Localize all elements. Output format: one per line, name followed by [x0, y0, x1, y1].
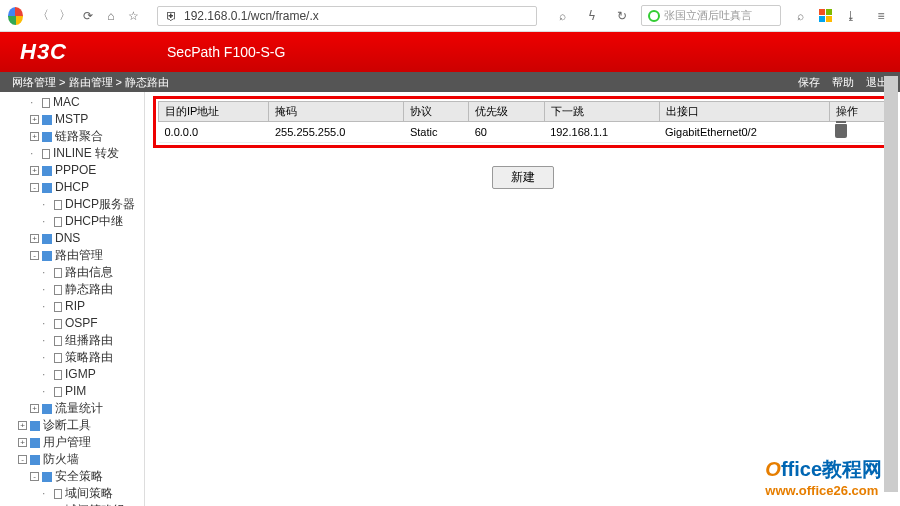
sidebar-item[interactable]: ·路由信息	[0, 264, 144, 281]
sidebar-item[interactable]: ·RIP	[0, 298, 144, 315]
sidebar-item-label: 域间策略	[65, 486, 113, 501]
search-input[interactable]: 张国立酒后吐真言	[641, 5, 781, 26]
expand-icon[interactable]: +	[30, 404, 39, 413]
sidebar-item-label: 流量统计	[55, 401, 103, 416]
page-icon	[54, 489, 62, 499]
watermark-url: www.office26.com	[765, 483, 882, 498]
expand-icon[interactable]: +	[30, 166, 39, 175]
sidebar-item-label: DHCP服务器	[65, 197, 135, 212]
page-icon	[42, 149, 50, 159]
url-bar[interactable]: ⛨ 192.168.0.1/wcn/frame/.x	[157, 6, 537, 26]
folder-icon	[42, 183, 52, 193]
cell-pref: 60	[469, 122, 544, 143]
tree-connector: ·	[42, 486, 50, 501]
sidebar-item[interactable]: +PPPOE	[0, 162, 144, 179]
page-icon	[54, 200, 62, 210]
scrollbar[interactable]	[884, 76, 898, 492]
reload-button[interactable]: ⟳	[79, 5, 98, 27]
sidebar: ·MAC+MSTP+链路聚合·INLINE 转发+PPPOE-DHCP·DHCP…	[0, 92, 145, 506]
expand-icon[interactable]: -	[30, 251, 39, 260]
home-button[interactable]: ⌂	[102, 5, 121, 27]
star-button[interactable]: ☆	[124, 5, 143, 27]
cell-next: 192.168.1.1	[544, 122, 659, 143]
page-icon	[54, 387, 62, 397]
sidebar-item[interactable]: ·域间策略	[0, 485, 144, 502]
sidebar-item[interactable]: +DNS	[0, 230, 144, 247]
menu-icon[interactable]: ≡	[870, 5, 892, 27]
sidebar-item[interactable]: ·OSPF	[0, 315, 144, 332]
refresh-icon[interactable]: ↻	[611, 5, 633, 27]
sidebar-item-label: MSTP	[55, 112, 88, 127]
sidebar-item[interactable]: ·DHCP中继	[0, 213, 144, 230]
sidebar-item-label: PIM	[65, 384, 86, 399]
shield-icon: ⛨	[166, 9, 178, 23]
expand-icon[interactable]: -	[18, 455, 27, 464]
forward-button[interactable]: 〉	[56, 5, 75, 27]
sidebar-item[interactable]: ·策略路由	[0, 349, 144, 366]
sidebar-item-label: 路由信息	[65, 265, 113, 280]
expand-icon[interactable]: +	[30, 115, 39, 124]
sidebar-item[interactable]: -DHCP	[0, 179, 144, 196]
route-table: 目的IP地址 掩码 协议 优先级 下一跳 出接口 操作 0.0.0.0 255.…	[158, 101, 887, 143]
sidebar-item[interactable]: +流量统计	[0, 400, 144, 417]
product-name: SecPath F100-S-G	[167, 44, 285, 60]
sidebar-item-label: 链路聚合	[55, 129, 103, 144]
sidebar-item[interactable]: -路由管理	[0, 247, 144, 264]
expand-icon[interactable]: +	[18, 421, 27, 430]
sidebar-item-label: 用户管理	[43, 435, 91, 450]
cell-iface: GigabitEthernet0/2	[659, 122, 829, 143]
sidebar-item[interactable]: +链路聚合	[0, 128, 144, 145]
sidebar-item[interactable]: ·组播路由	[0, 332, 144, 349]
sidebar-item-label: DHCP	[55, 180, 89, 195]
watermark-o: O	[765, 458, 781, 480]
cell-dest: 0.0.0.0	[159, 122, 269, 143]
expand-icon[interactable]: +	[30, 234, 39, 243]
sidebar-item[interactable]: ·PIM	[0, 383, 144, 400]
folder-icon	[42, 234, 52, 244]
new-button[interactable]: 新建	[492, 166, 554, 189]
table-row[interactable]: 0.0.0.0 255.255.255.0 Static 60 192.168.…	[159, 122, 887, 143]
sidebar-item-label: 诊断工具	[43, 418, 91, 433]
flash-icon: ϟ	[581, 5, 603, 27]
col-pref: 优先级	[469, 102, 544, 122]
download-icon[interactable]: ⭳	[840, 5, 862, 27]
page-icon	[54, 336, 62, 346]
sidebar-item[interactable]: ·INLINE 转发	[0, 145, 144, 162]
sidebar-item[interactable]: ·静态路由	[0, 281, 144, 298]
page-icon	[54, 353, 62, 363]
folder-icon	[42, 166, 52, 176]
sidebar-item[interactable]: ·域间策略组	[0, 502, 144, 506]
expand-icon[interactable]: -	[30, 183, 39, 192]
delete-icon[interactable]	[835, 124, 847, 138]
back-button[interactable]: 〈	[33, 5, 52, 27]
help-link[interactable]: 帮助	[832, 75, 854, 90]
folder-icon	[30, 438, 40, 448]
search-placeholder: 张国立酒后吐真言	[664, 8, 752, 23]
sidebar-item-label: IGMP	[65, 367, 96, 382]
tree-connector: ·	[42, 265, 50, 280]
expand-icon[interactable]: +	[30, 132, 39, 141]
sidebar-item[interactable]: ·IGMP	[0, 366, 144, 383]
tree-connector: ·	[30, 95, 38, 110]
sidebar-item[interactable]: ·DHCP服务器	[0, 196, 144, 213]
sidebar-item[interactable]: -防火墙	[0, 451, 144, 468]
app-header: H3C SecPath F100-S-G	[0, 32, 900, 72]
folder-icon	[42, 404, 52, 414]
sidebar-item[interactable]: ·MAC	[0, 94, 144, 111]
folder-icon	[42, 115, 52, 125]
microsoft-icon[interactable]	[819, 9, 832, 22]
expand-icon[interactable]: +	[18, 438, 27, 447]
save-link[interactable]: 保存	[798, 75, 820, 90]
folder-icon	[42, 132, 52, 142]
browser-toolbar: 〈 〉 ⟳ ⌂ ☆ ⛨ 192.168.0.1/wcn/frame/.x ⌕ ϟ…	[0, 0, 900, 32]
sidebar-item[interactable]: +诊断工具	[0, 417, 144, 434]
expand-icon[interactable]: -	[30, 472, 39, 481]
sidebar-item[interactable]: +MSTP	[0, 111, 144, 128]
search-go-icon[interactable]: ⌕	[789, 5, 811, 27]
sidebar-item[interactable]: -安全策略	[0, 468, 144, 485]
search-icon[interactable]: ⌕	[551, 5, 573, 27]
sidebar-item[interactable]: +用户管理	[0, 434, 144, 451]
page-icon	[42, 98, 50, 108]
url-text: 192.168.0.1/wcn/frame/.x	[184, 9, 319, 23]
col-op: 操作	[829, 102, 886, 122]
